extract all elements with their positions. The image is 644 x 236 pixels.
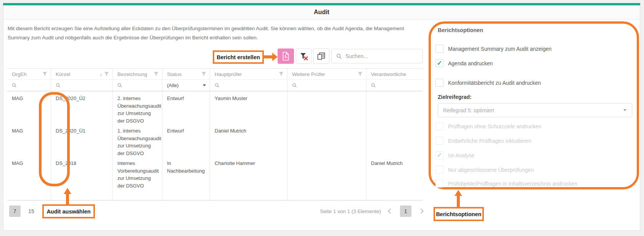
checkbox-checked-icon[interactable]: ✓ [435,59,443,67]
filter-icon[interactable] [201,72,206,76]
clear-filter-button[interactable] [296,48,312,64]
filter-icon[interactable] [154,72,159,76]
cell-status: In Nachbearbeitung [162,156,210,200]
options-panel-heading: Berichtsoptionen [438,27,483,33]
checkbox-icon [435,122,443,130]
cell-status: Entwurf [162,91,210,124]
cell-kuerzel: DS_2020_Ü2 [51,91,113,124]
filter-select-status[interactable]: (Alle) [162,80,210,91]
column-chooser-icon [317,52,325,60]
search-icon [292,83,297,88]
filter-icon[interactable] [279,72,284,76]
column-header-bezeichnung[interactable]: Bezeichnung [113,69,162,79]
cell-weitere-pruefer [287,156,366,200]
checkbox-prueffragen-ohne-schutzziele: Prüffragen ohne Schutzziele andrucken [435,122,541,130]
cell-weitere-pruefer [287,124,366,157]
filter-input-weitere-pruefer[interactable] [287,80,366,91]
cell-bezeichnung: 1. internes Überwachungsaudit zur Umsetz… [113,124,162,157]
filter-icon[interactable] [104,72,109,76]
column-header-kuerzel[interactable]: Kürzel ↓ [51,69,113,79]
arrow-up-icon [64,188,71,194]
cell-bezeichnung: 2. internes Überwachungsaudit zur Umsetz… [113,91,162,124]
cell-verantwortliche [366,124,422,157]
filter-input-kuerzel[interactable] [51,80,113,91]
column-header-orgeh[interactable]: OrgEh [7,69,51,79]
sort-desc-icon[interactable]: ↓ [100,71,103,77]
table-row[interactable]: MAG DS_2020_Ü2 2. internes Überwachungsa… [7,91,422,124]
create-report-button[interactable] [278,48,294,64]
prev-page-icon[interactable] [388,209,393,214]
checkbox-agenda-andrucken[interactable]: ✓ Agenda andrucken [435,59,493,67]
report-description: Mit diesem Bericht erzeugen Sie eine Auf… [8,24,406,42]
filter-icon[interactable] [42,72,47,76]
search-icon [117,83,122,88]
filter-input-verantwortliche[interactable] [366,80,422,91]
next-page-icon[interactable] [418,209,424,214]
table-body: MAG DS_2020_Ü2 2. internes Überwachungsa… [7,91,422,200]
search-icon [371,83,376,88]
filter-input-orgeh[interactable] [7,80,51,91]
cell-kuerzel: DS_2020_Ü1 [51,124,113,157]
search-icon [336,53,342,59]
checkbox-pruefobjekte-inhaltsverzeichnis: Prüfobjekte/Prüffragen in Inhaltsverzeic… [435,179,577,188]
column-header-hauptpruefer[interactable]: Hauptprüfer [210,69,287,79]
search-icon [12,83,17,88]
checkbox-nur-abgeschlossene: Nur abgeschlossene Überprüfungen [435,166,534,174]
page-size-15[interactable]: 15 [26,205,37,217]
arrow-right-icon [272,53,278,61]
filter-icon[interactable] [358,72,363,76]
cell-orgeh: MAG [7,91,51,124]
audit-table: OrgEh Kürzel ↓ Bezeichnung Status Hauptp… [7,68,422,200]
checkbox-checked-icon: ✓ [435,151,443,159]
cell-weitere-pruefer [287,91,366,124]
page-size-7[interactable]: 7 [9,205,21,217]
window-titlebar: Audit [3,5,640,19]
cell-hauptpruefer: Yasmin Muster [210,91,287,124]
chevron-down-icon [623,109,626,111]
checkbox-entbehrliche-prueffragen: Entbehrliche Prüffragen inkludieren [435,137,531,145]
cell-orgeh: MAG [7,124,51,157]
column-header-verantwortliche[interactable]: Verantwortliche [366,69,422,79]
report-window: Audit Mit diesem Bericht erzeugen Sie ei… [3,3,640,231]
table-header-row: OrgEh Kürzel ↓ Bezeichnung Status Hauptp… [7,68,422,80]
callout-arrow-stem [264,55,273,58]
pager: Seite 1 von 1 (3 Elemente) 1 [267,205,423,217]
pdf-export-icon [282,52,290,61]
cell-kuerzel: DS_2018 [51,156,113,200]
callout-audit-auswaehlen: Audit auswählen [42,204,95,218]
cell-orgeh: MAG [7,156,51,200]
callout-arrow-stem [457,196,460,207]
page-1-button[interactable]: 1 [400,205,411,217]
search-box[interactable] [331,49,423,63]
filter-input-hauptpruefer[interactable] [210,80,287,91]
checkbox-konformitaetsbericht[interactable]: Konformitätsbericht zu Audit andrucken [435,79,541,87]
search-input[interactable] [345,53,418,59]
column-header-weitere-pruefer[interactable]: Weitere Prüfer [287,69,366,79]
checkbox-icon[interactable] [435,79,443,87]
cell-hauptpruefer: Charlotte Hammer [210,156,287,200]
search-icon [215,83,220,88]
page-title: Audit [314,9,329,16]
search-icon [56,83,61,88]
table-row[interactable]: MAG DS_2020_Ü1 1. internes Überwachungsa… [7,124,422,156]
clear-filter-icon [300,52,308,60]
filter-input-bezeichnung[interactable] [113,80,162,91]
table-filter-row: (Alle) [7,80,422,91]
callout-berichtsoptionen: Berichtsoptionen [434,207,484,221]
column-chooser-button[interactable] [313,48,329,64]
column-header-status[interactable]: Status [162,69,210,79]
zielreifegrad-label: Zielreifegrad: [438,94,472,100]
checkbox-icon[interactable] [435,45,443,53]
checkbox-icon [435,179,443,188]
pager-info: Seite 1 von 1 (3 Elemente) [320,209,381,214]
cell-bezeichnung: internes Vorbereitungsaudit zur Umsetzun… [113,156,162,200]
chevron-down-icon [203,84,206,86]
checkbox-icon [435,137,443,145]
zielreifegrad-select: Reifegrad 5: optimiert [438,103,632,117]
callout-bericht-erstellen: Bericht erstellen [213,50,264,64]
cell-verantwortliche: Daniel Mutrich [366,156,422,200]
cell-hauptpruefer: Daniel Mutrich [210,124,287,157]
cell-status: Entwurf [162,124,210,157]
checkbox-management-summary[interactable]: Management Summary zum Audit anzeigen [435,45,552,53]
callout-arrow-stem [66,194,69,205]
